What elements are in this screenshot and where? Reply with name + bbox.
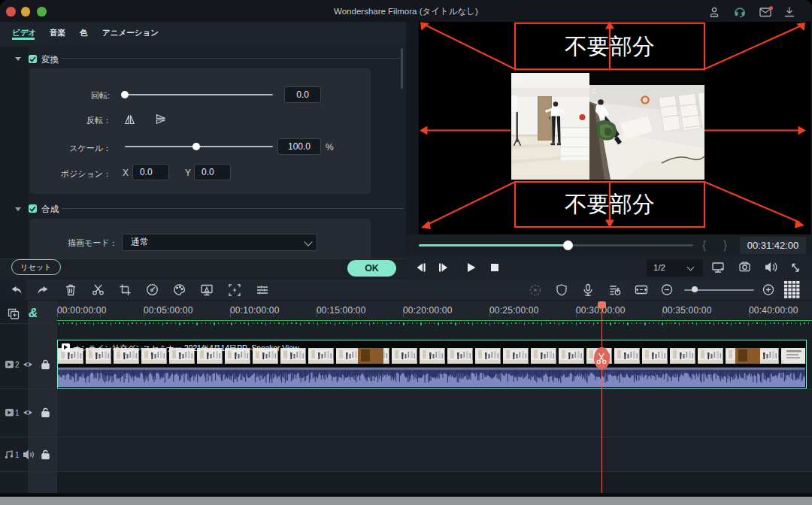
- svg-text:1: 1: [15, 409, 20, 417]
- svg-text:不要部分: 不要部分: [565, 34, 655, 59]
- svg-text:2: 2: [15, 361, 20, 369]
- svg-text:1: 1: [15, 451, 20, 459]
- svg-text:不要部分: 不要部分: [565, 192, 655, 216]
